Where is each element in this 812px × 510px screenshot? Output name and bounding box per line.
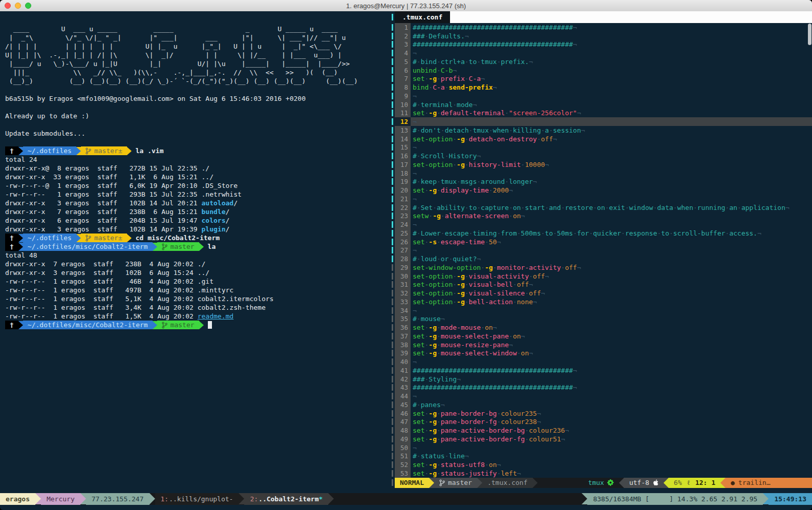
code-text: ¬ (411, 306, 812, 315)
editor-line: 45#·panes¬ (390, 400, 812, 409)
gutter-change-marker (390, 272, 395, 281)
editor-line: 6unbind·C-b¬ (390, 66, 812, 75)
statusline-encoding: utf-8 (624, 478, 664, 488)
file-meta: -rw-r--r-- 1 eragos staff 497B 4 Aug 20:… (5, 286, 198, 294)
zoom-button[interactable] (25, 3, 31, 9)
tmux-window-active[interactable]: 2:..Cobalt2-iterm* (244, 493, 328, 505)
line-number: 28 (395, 254, 411, 263)
editor-line: 32set-option·-g·visual-silence·off¬ (390, 289, 812, 298)
code-text: set·-g·pane-active-border-bg·colour236¬ (411, 426, 812, 435)
code-text: set·-g·pane-border-fg·colour238¬ (411, 418, 812, 427)
gutter-change-marker (390, 332, 395, 341)
prompt-path-segment: ~/.dotfiles/misc/Cobalt2-iterm (23, 321, 153, 329)
line-number: 41 (395, 366, 411, 375)
file-link[interactable]: readme.md (198, 312, 233, 320)
file-meta: drwxr-xr-x 3 eragos staff 102B 6 Aug 15:… (5, 269, 198, 277)
gutter-change-marker (390, 32, 395, 40)
powerline-separator (76, 234, 81, 242)
file-meta: drwxr-xr-x 3 eragos staff 102B 14 Apr 19… (5, 225, 202, 233)
line-number: 43 (395, 384, 411, 392)
line-number: 5 (395, 57, 411, 66)
gutter-change-marker (390, 40, 395, 49)
minimize-button[interactable] (15, 3, 21, 9)
line-number: 48 (395, 426, 411, 435)
submodule-status-line: Update submodules... (5, 129, 390, 138)
editor-line: 46set·-g·pane-border-bg·colour235¬ (390, 409, 812, 418)
file-row: -rw-r--r-- 1 eragos staff 46B 4 Aug 20:0… (5, 277, 390, 286)
gutter-change-marker (390, 186, 395, 195)
gutter-change-marker (390, 254, 395, 263)
editor-line: 24¬ (390, 220, 812, 229)
editor-line: 18¬ (390, 169, 812, 178)
powerline-separator (18, 234, 23, 242)
editor-line: 51#·status·line¬ (390, 452, 812, 461)
powerline-separator (153, 321, 157, 329)
code-text: set·-g·status-utf8·on¬ (411, 460, 812, 469)
file-row: drwxr-xr-x 6 eragos staff 204B 15 Jul 19… (5, 216, 390, 225)
code-text: ¬ (411, 357, 812, 366)
warning-dot-icon: ● (731, 479, 735, 486)
tmux-clock-segment: 15:49:13 (768, 493, 812, 505)
gutter-change-marker (390, 246, 395, 255)
powerline-separator (18, 243, 23, 251)
gutter-change-marker (390, 169, 395, 178)
file-name: ../ (202, 173, 213, 181)
vim-buffer[interactable]: 1#######################################… (390, 23, 812, 478)
editor-line: 38set·-g·mouse-resize-pane¬ (390, 341, 812, 349)
gutter-change-marker (390, 49, 395, 57)
editor-line: 42###·Styling¬ (390, 375, 812, 384)
line-number: 36 (395, 323, 411, 332)
shell-pane[interactable]: ____ U ___ u _____ _____ _ U _____ u ___… (0, 11, 390, 510)
line-number: 33 (395, 298, 411, 306)
editor-line: 35#·mouse¬ (390, 315, 812, 324)
code-text: ¬ (411, 169, 812, 178)
gutter-change-marker (390, 460, 395, 469)
powerline-separator (199, 321, 204, 329)
scrollbar-thumb[interactable] (808, 24, 811, 45)
vim-tab-tmux-conf[interactable]: .tmux.conf (395, 11, 450, 23)
vim-pane[interactable]: .tmux.conf 1############################… (390, 11, 812, 510)
close-button[interactable] (5, 3, 11, 9)
powerline-separator (763, 493, 768, 504)
code-text: #·status·line¬ (411, 452, 812, 461)
file-row: -rw-r--r-- 1 eragos staff 1,5K 4 Aug 20:… (5, 312, 390, 321)
git-branch-icon (162, 322, 167, 329)
gutter-change-marker (390, 400, 395, 409)
line-number: 27 (395, 246, 411, 255)
editor-line: 14set-option·-g·detach-on-destroy·off¬ (390, 135, 812, 143)
editor-line: 37set·-g·mouse-select-pane·on¬ (390, 332, 812, 341)
editor-line: 52set·-g·status-utf8·on¬ (390, 460, 812, 469)
gutter-change-marker (390, 57, 395, 66)
file-name: ../ (198, 269, 209, 277)
code-text: set·-g·prefix·C-a¬ (411, 75, 812, 83)
editor-line: 36set·-g·mode-mouse·on¬ (390, 323, 812, 332)
listing-total: total 24 (5, 155, 390, 164)
gutter-change-marker (390, 392, 395, 400)
line-number: 1 (395, 23, 411, 32)
gutter-change-marker (390, 75, 395, 83)
gutter-change-marker (390, 384, 395, 392)
file-listing-2: total 48drwxr-xr-x 7 eragos staff 238B 4… (5, 251, 390, 321)
git-branch-icon (439, 479, 445, 486)
editor-line: 43######################################… (390, 384, 812, 392)
statusline-filename: .tmux.conf (482, 478, 532, 488)
tmux-window[interactable]: 1:..kills/gnuplot- (155, 493, 239, 505)
code-text: set·-g·mode-mouse·on¬ (411, 323, 812, 332)
line-number: 52 (395, 460, 411, 469)
line-number: 3 (395, 40, 411, 49)
code-text: ¬ (411, 143, 812, 152)
file-name: .git (198, 278, 213, 285)
file-row: -rw-r--r-- 1 eragos staff 293B 15 Jul 22… (5, 190, 390, 199)
editor-line: 2###·Defaults.¬ (390, 32, 812, 40)
file-row: drwxr-xr-x 7 eragos staff 238B 6 Aug 15:… (5, 207, 390, 216)
line-number: 25 (395, 229, 411, 238)
powerline-separator (532, 478, 538, 488)
code-text: set·-s·escape-time·50¬ (411, 238, 812, 246)
gutter-change-marker (390, 143, 395, 152)
typed-command: cd misc/Cobalt2-iterm (132, 234, 220, 242)
editor-line: 48set·-g·pane-active-border-bg·colour236… (390, 426, 812, 435)
iterm-window: 1. eragos@Mercury | 77.23.155.247 (sh) _… (0, 0, 812, 510)
typed-command: la .vim (132, 147, 164, 155)
gutter-change-marker (390, 357, 395, 366)
gutter-change-marker (390, 229, 395, 238)
